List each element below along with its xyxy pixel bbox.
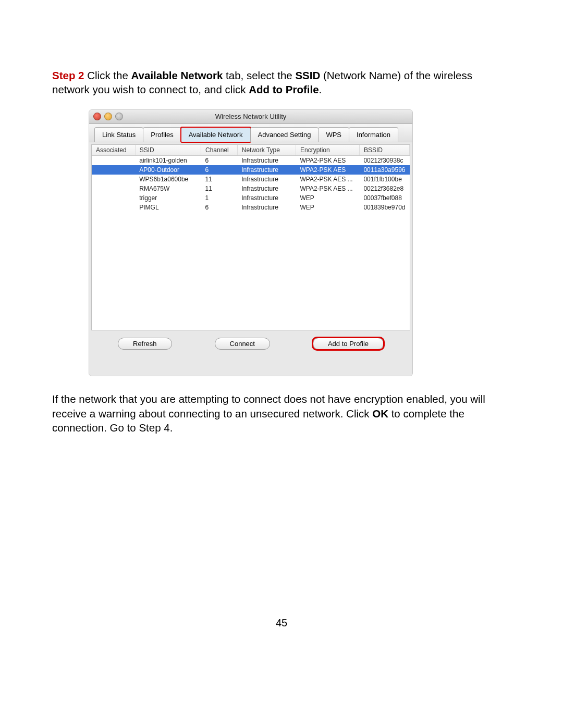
cell-ssid: trigger (135, 193, 201, 203)
table-row[interactable]: airlink101-golden6InfrastructureWPA2-PSK… (92, 155, 410, 165)
column-header[interactable]: Associated (92, 145, 135, 156)
tab-wps[interactable]: WPS (318, 127, 349, 142)
document-page: Step 2 Click the Available Network tab, … (0, 0, 563, 728)
tab-profiles[interactable]: Profiles (143, 127, 181, 142)
tab-advanced-setting[interactable]: Advanced Setting (250, 127, 319, 142)
cell-type: Infrastructure (237, 184, 296, 193)
table-row[interactable]: PIMGL6InfrastructureWEP001839be970d (92, 203, 410, 212)
table-row[interactable]: WPS6b1a0600be11InfrastructureWPA2-PSK AE… (92, 175, 410, 184)
wireless-utility-window: Wireless Network Utility Link StatusProf… (89, 109, 413, 376)
page-number: 45 (0, 617, 563, 629)
cell-bssid: 00037fbef088 (359, 193, 409, 203)
column-header[interactable]: SSID (135, 145, 201, 156)
cell-bssid: 0011a30a9596 (359, 165, 409, 175)
table-row[interactable]: trigger1InfrastructureWEP00037fbef088 (92, 193, 410, 203)
tab-link-status[interactable]: Link Status (94, 127, 143, 142)
cell-ssid: PIMGL (135, 203, 201, 212)
cell-enc: WPA2-PSK AES (296, 155, 359, 165)
cell-bssid: 001839be970d (359, 203, 409, 212)
column-header[interactable]: Encryption (296, 145, 359, 156)
button-row: Refresh Connect Add to Profile (89, 332, 412, 376)
window-title: Wireless Network Utility (89, 113, 412, 120)
cell-enc: WPA2-PSK AES ... (296, 184, 359, 193)
instruction-paragraph: Step 2 Click the Available Network tab, … (52, 68, 511, 97)
cell-ssid: AP00-Outdoor (135, 165, 201, 175)
cell-ssid: RMA675W (135, 184, 201, 193)
refresh-button[interactable]: Refresh (118, 338, 172, 350)
network-table: AssociatedSSIDChannelNetwork TypeEncrypt… (92, 145, 410, 212)
cell-assoc (92, 155, 135, 165)
cell-ssid: airlink101-golden (135, 155, 201, 165)
cell-type: Infrastructure (237, 155, 296, 165)
cell-enc: WEP (296, 193, 359, 203)
footnote-paragraph: If the network that you are attempting t… (52, 392, 511, 435)
cell-type: Infrastructure (237, 165, 296, 175)
cell-enc: WPA2-PSK AES ... (296, 175, 359, 184)
tab-information[interactable]: Information (349, 127, 398, 142)
cell-enc: WEP (296, 203, 359, 212)
cell-enc: WPA2-PSK AES (296, 165, 359, 175)
cell-bssid: 00212f30938c (359, 155, 409, 165)
cell-assoc (92, 193, 135, 203)
table-row[interactable]: AP00-Outdoor6InfrastructureWPA2-PSK AES0… (92, 165, 410, 175)
cell-type: Infrastructure (237, 175, 296, 184)
add-to-profile-button[interactable]: Add to Profile (313, 338, 384, 350)
tab-available-network[interactable]: Available Network (181, 127, 251, 142)
table-row[interactable]: RMA675W11InfrastructureWPA2-PSK AES ...0… (92, 184, 410, 193)
cell-chan: 6 (201, 155, 238, 165)
cell-chan: 1 (201, 193, 238, 203)
cell-chan: 6 (201, 203, 238, 212)
network-table-container: AssociatedSSIDChannelNetwork TypeEncrypt… (91, 144, 410, 330)
cell-bssid: 001f1fb100be (359, 175, 409, 184)
cell-ssid: WPS6b1a0600be (135, 175, 201, 184)
window-titlebar: Wireless Network Utility (89, 110, 412, 124)
cell-chan: 11 (201, 175, 238, 184)
cell-chan: 11 (201, 184, 238, 193)
cell-type: Infrastructure (237, 203, 296, 212)
cell-type: Infrastructure (237, 193, 296, 203)
cell-assoc (92, 203, 135, 212)
cell-bssid: 00212f3682e8 (359, 184, 409, 193)
column-header[interactable]: Network Type (237, 145, 296, 156)
cell-assoc (92, 175, 135, 184)
cell-assoc (92, 184, 135, 193)
step-label: Step 2 (52, 69, 84, 81)
cell-chan: 6 (201, 165, 238, 175)
column-header[interactable]: BSSID (359, 145, 409, 156)
tab-bar: Link StatusProfilesAvailable NetworkAdva… (89, 124, 412, 142)
connect-button[interactable]: Connect (215, 338, 270, 350)
column-header[interactable]: Channel (201, 145, 238, 156)
cell-assoc (92, 165, 135, 175)
